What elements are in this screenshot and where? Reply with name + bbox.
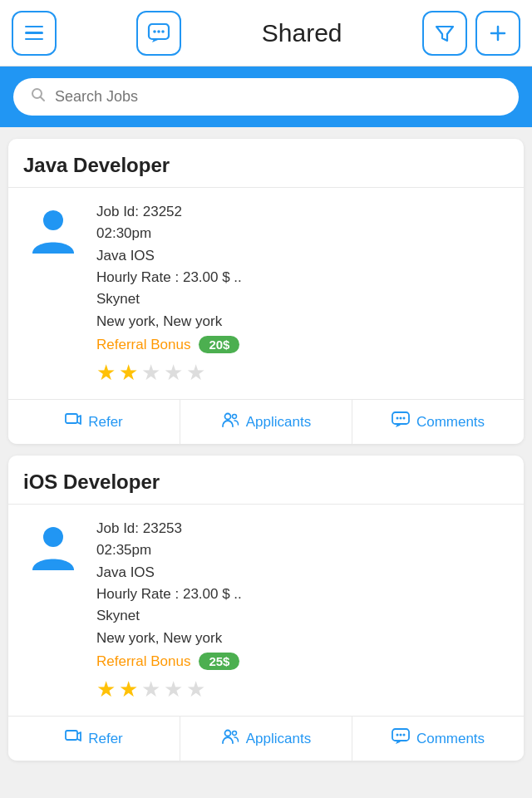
job-card-actions: Refer Applicants Comments: [8, 716, 524, 761]
chat-button[interactable]: [136, 11, 181, 56]
svg-point-19: [224, 731, 230, 736]
referral-row: Referral Bonus 25$: [96, 653, 509, 670]
svg-point-9: [43, 210, 63, 230]
job-category: Java IOS: [96, 562, 509, 584]
star-filled: ★: [119, 360, 138, 386]
star-empty: ★: [141, 677, 160, 702]
search-bar: [13, 78, 519, 116]
action-refer-button[interactable]: Refer: [8, 717, 180, 761]
action-comments-button[interactable]: Comments: [352, 717, 524, 761]
comments-icon: [392, 728, 410, 749]
job-id: Job Id: 23253: [96, 518, 509, 539]
refer-icon: [65, 728, 81, 749]
job-title: Java Developer: [8, 139, 524, 188]
action-applicants-label: Applicants: [246, 414, 311, 431]
referral-label: Referral Bonus: [96, 653, 190, 670]
action-applicants-button[interactable]: Applicants: [180, 717, 352, 761]
svg-marker-4: [436, 27, 453, 41]
star-empty: ★: [186, 360, 205, 386]
job-time: 02:35pm: [96, 539, 509, 561]
job-card: Java Developer Job Id: 23252 02:30pm Jav…: [8, 139, 524, 444]
job-card: iOS Developer Job Id: 23253 02:35pm Java…: [8, 456, 524, 761]
action-refer-button[interactable]: Refer: [8, 400, 180, 444]
stars-row: ★★★★★: [96, 360, 509, 386]
job-card-body: Job Id: 23252 02:30pm Java IOS Hourly Ra…: [8, 188, 524, 399]
job-company: Skynet: [96, 605, 509, 627]
action-comments-label: Comments: [416, 731, 485, 747]
svg-rect-10: [66, 414, 77, 423]
referral-badge: 20$: [199, 336, 239, 353]
action-applicants-label: Applicants: [246, 731, 311, 747]
search-bar-wrapper: [0, 66, 532, 127]
action-comments-label: Comments: [416, 414, 485, 431]
job-avatar: [23, 518, 83, 578]
svg-point-15: [399, 417, 401, 420]
referral-badge: 25$: [199, 653, 239, 670]
svg-point-14: [396, 417, 398, 420]
svg-point-1: [154, 30, 157, 33]
svg-point-24: [402, 734, 405, 736]
job-location: New york, New york: [96, 628, 509, 649]
job-info: Job Id: 23252 02:30pm Java IOS Hourly Ra…: [96, 201, 509, 386]
filter-button[interactable]: [422, 11, 467, 56]
page-title: Shared: [262, 19, 342, 47]
refer-icon: [65, 411, 81, 432]
job-title: iOS Developer: [8, 456, 524, 505]
svg-point-17: [43, 527, 63, 547]
star-empty: ★: [141, 360, 160, 386]
referral-row: Referral Bonus 20$: [96, 336, 509, 353]
action-comments-button[interactable]: Comments: [352, 400, 524, 444]
stars-row: ★★★★★: [96, 677, 509, 702]
applicants-icon: [221, 728, 239, 749]
svg-point-2: [158, 30, 161, 33]
action-refer-label: Refer: [88, 731, 123, 747]
header-right-actions: [422, 11, 520, 56]
search-icon: [30, 86, 47, 107]
applicants-icon: [221, 411, 239, 432]
job-hourly-rate: Hourly Rate : 23.00 $ ..: [96, 267, 509, 288]
filter-icon: [434, 22, 456, 44]
chat-icon: [147, 22, 170, 45]
job-id: Job Id: 23252: [96, 201, 509, 223]
comments-icon: [392, 411, 410, 432]
svg-point-11: [224, 414, 230, 420]
star-empty: ★: [186, 677, 205, 702]
job-card-body: Job Id: 23253 02:35pm Java IOS Hourly Ra…: [8, 505, 524, 716]
job-company: Skynet: [96, 288, 509, 310]
svg-point-20: [232, 732, 236, 736]
star-filled: ★: [96, 677, 116, 702]
star-empty: ★: [164, 677, 183, 702]
hamburger-icon: [13, 12, 55, 54]
job-info: Job Id: 23253 02:35pm Java IOS Hourly Ra…: [96, 518, 509, 702]
job-avatar: [23, 201, 83, 261]
star-filled: ★: [119, 677, 138, 702]
svg-point-22: [396, 734, 398, 736]
svg-line-8: [41, 97, 45, 101]
job-card-actions: Refer Applicants Comments: [8, 399, 524, 444]
referral-label: Referral Bonus: [96, 337, 190, 353]
action-refer-label: Refer: [88, 414, 123, 431]
job-hourly-rate: Hourly Rate : 23.00 $ ..: [96, 584, 509, 605]
svg-point-23: [399, 734, 401, 736]
plus-icon: [488, 23, 508, 43]
search-input[interactable]: [55, 88, 502, 106]
app-header: Shared: [0, 0, 532, 66]
svg-rect-18: [66, 731, 77, 740]
menu-button[interactable]: [12, 11, 57, 56]
job-location: New york, New york: [96, 311, 509, 332]
job-category: Java IOS: [96, 245, 509, 267]
jobs-list: Java Developer Job Id: 23252 02:30pm Jav…: [0, 139, 532, 761]
svg-point-16: [402, 417, 405, 420]
star-empty: ★: [164, 360, 183, 386]
svg-point-12: [232, 415, 236, 419]
svg-point-3: [162, 30, 165, 33]
action-applicants-button[interactable]: Applicants: [180, 400, 352, 444]
job-time: 02:30pm: [96, 223, 509, 244]
add-button[interactable]: [475, 11, 520, 56]
star-filled: ★: [96, 360, 116, 386]
